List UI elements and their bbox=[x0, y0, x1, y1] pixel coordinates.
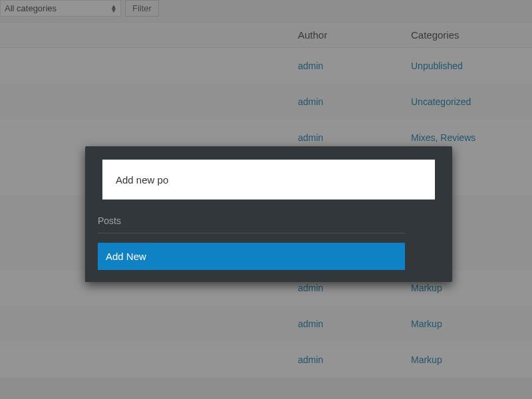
command-palette-search-wrap bbox=[85, 146, 452, 206]
result-add-new[interactable]: Add New bbox=[98, 243, 405, 270]
command-palette-results: Posts Add New bbox=[85, 206, 418, 282]
command-palette: Posts Add New bbox=[85, 146, 452, 282]
command-palette-input[interactable] bbox=[102, 160, 435, 200]
results-section-label: Posts bbox=[98, 211, 405, 233]
